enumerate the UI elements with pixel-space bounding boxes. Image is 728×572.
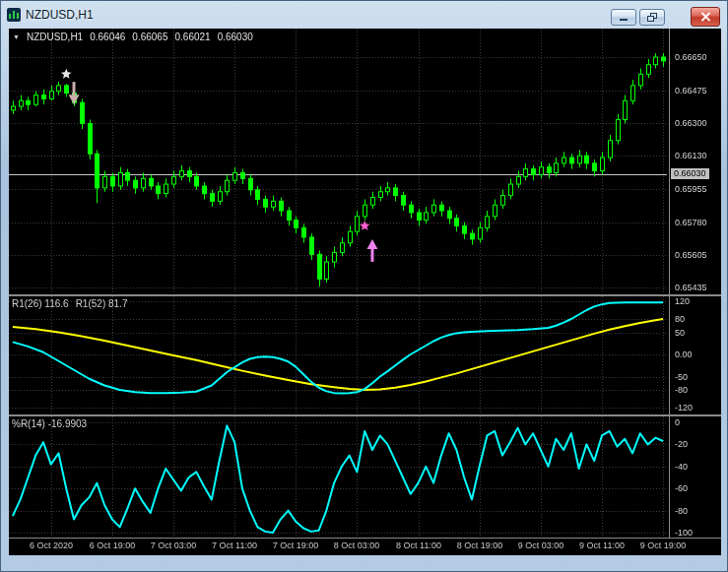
indicator1-slow-label: R1(52) 81.7 (76, 298, 128, 309)
time-label: 8 Oct 19:00 (457, 540, 503, 551)
legend-open: 0.66046 (90, 32, 125, 42)
price-tick-label: 0.66475 (675, 86, 707, 96)
legend-high: 0.66065 (132, 32, 167, 42)
minimize-button[interactable] (611, 9, 636, 26)
indicator2-tick-label: -40 (675, 462, 688, 473)
minimize-icon (619, 13, 629, 22)
price-tick-label: 0.66130 (675, 151, 707, 161)
panel-separator[interactable] (9, 414, 721, 416)
indicator2-label: %R(14) -16.9903 (12, 418, 87, 429)
time-label: 9 Oct 03:00 (518, 540, 564, 551)
indicator1-tick-label: 120 (675, 296, 690, 307)
indicator2-tick-label: -80 (675, 506, 688, 517)
time-label: 6 Oct 2020 (30, 540, 73, 551)
price-scale[interactable]: 0.666500.664750.663000.661300.659550.657… (670, 29, 721, 538)
close-icon (700, 12, 711, 22)
price-tick-label: 0.65780 (675, 218, 707, 228)
legend-collapse-icon[interactable]: ▼ (13, 33, 20, 40)
price-tick-label: 0.65955 (675, 184, 707, 195)
time-label: 6 Oct 19:00 (90, 540, 136, 551)
chart-legend: ▼ NZDUSD,H1 0.66046 0.66065 0.66021 0.66… (13, 32, 253, 42)
indicator1-tick-label: 0.00 (675, 350, 693, 360)
indicator1-tick-label: -80 (675, 385, 688, 396)
price-tick-label: 0.66300 (675, 118, 707, 129)
indicator1-tick-label: -50 (675, 372, 688, 383)
indicator2-tick-label: 0 (675, 417, 680, 428)
current-price-label: 0.66030 (671, 168, 709, 179)
indicator1-legend: R1(26) 116.6 R1(52) 81.7 (12, 298, 127, 309)
price-tick-label: 0.66650 (675, 52, 707, 63)
chart-window: NZDUSD,H1 ▼ NZDUSD,H1 0.66046 0.66065 0.… (0, 0, 728, 572)
chart-client-area: ▼ NZDUSD,H1 0.66046 0.66065 0.66021 0.66… (9, 29, 721, 555)
indicator1-tick-label: 80 (675, 314, 685, 325)
legend-symbol: NZDUSD,H1 (27, 32, 83, 42)
legend-low: 0.66021 (174, 32, 210, 42)
restore-icon (647, 13, 658, 23)
time-label: 7 Oct 19:00 (273, 540, 319, 551)
indicator2-tick-label: -100 (675, 528, 693, 539)
chart-canvas[interactable] (9, 29, 721, 555)
time-label: 8 Oct 11:00 (396, 540, 441, 551)
title-bar[interactable]: NZDUSD,H1 (1, 1, 727, 29)
indicator2-legend: %R(14) -16.9903 (12, 418, 87, 429)
indicator2-tick-label: -20 (675, 439, 688, 450)
indicator1-fast-label: R1(26) 116.6 (12, 298, 69, 309)
chart-window-icon (7, 8, 21, 22)
time-label: 9 Oct 11:00 (579, 540, 625, 551)
legend-close: 0.66030 (218, 32, 253, 42)
window-title: NZDUSD,H1 (26, 8, 94, 22)
indicator1-tick-label: 50 (675, 328, 685, 339)
price-tick-label: 0.65435 (675, 283, 707, 293)
indicator2-tick-label: -60 (675, 483, 688, 494)
price-tick-label: 0.65605 (675, 250, 707, 261)
close-button[interactable] (691, 7, 720, 27)
time-label: 7 Oct 11:00 (212, 540, 257, 551)
time-label: 9 Oct 19:00 (640, 540, 687, 551)
time-label: 7 Oct 03:00 (151, 540, 197, 551)
panel-separator[interactable] (9, 294, 721, 296)
indicator1-tick-label: -120 (675, 403, 693, 413)
restore-button[interactable] (639, 9, 665, 26)
time-scale[interactable]: 6 Oct 20206 Oct 19:007 Oct 03:007 Oct 11… (9, 539, 669, 555)
time-label: 8 Oct 03:00 (334, 540, 380, 551)
